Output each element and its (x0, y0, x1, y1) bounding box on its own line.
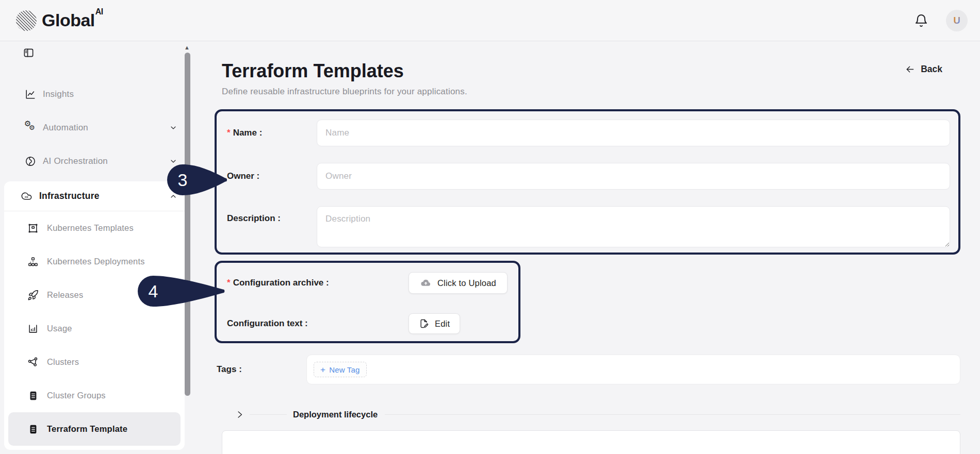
upload-button[interactable]: Click to Upload (409, 272, 508, 294)
app-header: GlobalAI U (0, 0, 980, 41)
plus-icon: + (320, 365, 325, 374)
sidebar-item-usage[interactable]: Usage (4, 312, 185, 345)
sidebar-item-insights[interactable]: Insights (0, 77, 191, 111)
description-label: Description : (225, 213, 317, 224)
logo-hatched-globe-icon (15, 10, 37, 31)
basic-info-group: *Name : Owner : Description : (215, 109, 960, 255)
owner-label: Owner : (225, 171, 317, 181)
line-chart-icon (25, 89, 36, 100)
sidebar-item-label: Cluster Groups (47, 391, 106, 400)
sidebar-item-infrastructure[interactable]: Infrastructure (4, 181, 185, 211)
back-label: Back (921, 64, 942, 75)
chevron-down-icon (169, 124, 177, 132)
logo-superscript: AI (95, 7, 103, 16)
description-field-row: Description : (225, 206, 950, 247)
sidebar-item-label: Infrastructure (39, 191, 100, 201)
sidebar-item-kubernetes-templates[interactable]: Kubernetes Templates (4, 211, 185, 245)
sidebar-item-label: Kubernetes Deployments (47, 257, 145, 266)
new-tag-label: New Tag (329, 365, 360, 374)
app-logo: GlobalAI (15, 10, 103, 31)
notebook-icon (27, 390, 39, 401)
tags-row: Tags : + New Tag (215, 355, 960, 384)
sidebar-item-kubernetes-deployments[interactable]: Kubernetes Deployments (4, 245, 185, 278)
tags-container: + New Tag (306, 355, 960, 384)
page-title: Terraform Templates (222, 60, 960, 82)
sidebar-item-label: Usage (47, 324, 72, 333)
new-tag-button[interactable]: + New Tag (314, 362, 367, 377)
input-variables-panel: Input variables (222, 430, 960, 454)
config-archive-row: *Configuration archive : Click to Upload (225, 272, 508, 294)
sidebar-item-cluster-groups[interactable]: Cluster Groups (4, 379, 185, 412)
sidebar-scrollbar-thumb[interactable] (185, 53, 190, 396)
deployment-lifecycle-toggle[interactable]: Deployment lifecycle (235, 408, 960, 421)
sidebar-item-label: AI Orchestration (43, 156, 108, 166)
notification-bell-icon[interactable] (914, 13, 928, 28)
logo-text: GlobalAI (42, 10, 103, 30)
name-field-row: *Name : (225, 120, 950, 146)
svg-text:4: 4 (149, 281, 158, 301)
sidebar: Insights ⚙ ⚙ Automation AI Orchestration (0, 42, 191, 454)
infrastructure-section: Infrastructure Kubernetes Temp (4, 181, 185, 450)
edit-button[interactable]: Edit (409, 313, 460, 334)
back-button[interactable]: Back (905, 64, 942, 75)
bar-chart-icon (27, 323, 39, 334)
sidebar-item-ai-orchestration[interactable]: AI Orchestration (0, 144, 191, 178)
sidebar-item-label: Insights (43, 89, 74, 99)
annotation-badge-4: 4 (137, 275, 225, 307)
cluster-network-icon (27, 357, 39, 368)
config-text-row: Configuration text : Edit (225, 313, 508, 334)
rocket-icon (27, 290, 39, 301)
gears-icon: ⚙ ⚙ (25, 122, 36, 133)
configuration-group: *Configuration archive : Click to Upload… (215, 261, 520, 343)
divider-line (250, 414, 287, 415)
required-asterisk: * (227, 278, 231, 288)
tags-label: Tags : (215, 364, 306, 375)
annotation-badge-3: 3 (167, 164, 227, 196)
page-subtitle: Define reusable infrastructure blueprint… (222, 87, 960, 97)
template-frame-icon (27, 223, 39, 234)
sidebar-item-label: Automation (43, 123, 88, 133)
sidebar-item-label: Clusters (47, 357, 79, 367)
brain-icon (25, 156, 36, 167)
required-asterisk: * (227, 128, 231, 138)
sidebar-collapse-icon[interactable] (23, 47, 35, 59)
config-text-label: Configuration text : (225, 318, 308, 329)
deployment-lifecycle-label: Deployment lifecycle (293, 410, 378, 419)
owner-input[interactable] (317, 163, 950, 190)
cloud-icon (21, 190, 32, 202)
divider-line (385, 414, 960, 415)
config-archive-label: *Configuration archive : (225, 278, 329, 288)
file-edit-icon (419, 318, 429, 329)
user-avatar[interactable]: U (946, 10, 968, 31)
sidebar-item-label: Kubernetes Templates (47, 223, 134, 233)
svg-text:3: 3 (178, 170, 188, 190)
deployment-blocks-icon (27, 256, 39, 267)
edit-button-label: Edit (435, 319, 450, 329)
scrollbar-up-arrow[interactable]: ▲ (184, 44, 190, 51)
sidebar-item-label: Releases (47, 290, 83, 300)
name-input[interactable] (317, 120, 950, 146)
owner-field-row: Owner : (225, 163, 950, 190)
sidebar-item-clusters[interactable]: Clusters (4, 345, 185, 379)
name-label: *Name : (225, 128, 317, 138)
sidebar-item-terraform-template[interactable]: Terraform Template (8, 412, 181, 446)
main-content: Back Terraform Templates Define reusable… (191, 42, 980, 454)
cloud-upload-icon (420, 277, 432, 289)
description-textarea[interactable] (317, 206, 950, 247)
arrow-left-icon (905, 64, 916, 75)
upload-button-label: Click to Upload (437, 278, 496, 288)
sidebar-item-label: Terraform Template (47, 424, 127, 434)
sidebar-item-automation[interactable]: ⚙ ⚙ Automation (0, 111, 191, 144)
chevron-right-icon (235, 410, 244, 419)
avatar-initial: U (953, 15, 960, 26)
notebook-icon (27, 424, 39, 435)
